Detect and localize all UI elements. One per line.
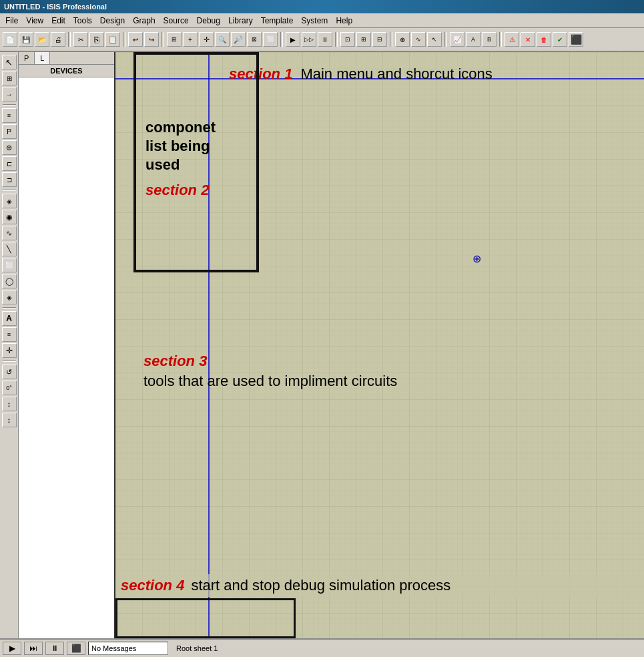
component-tabs: P L [19, 52, 114, 65]
tb-cut[interactable]: ✂ [73, 32, 88, 47]
tb-plus[interactable]: + [183, 32, 198, 47]
tb-fit[interactable]: ⊠ [247, 32, 262, 47]
tb-pause[interactable]: ⏸ [318, 32, 332, 47]
sim-pause-button[interactable]: ⏸ [45, 642, 64, 655]
tool-draw-rect[interactable]: ⬜ [2, 258, 17, 272]
canvas-area[interactable]: section 1 Main menu and shorcut icons ⊕ … [115, 52, 644, 638]
menu-edit[interactable]: Edit [47, 15, 69, 27]
tool-terminal[interactable]: ⊐ [2, 172, 17, 187]
menu-tools[interactable]: Tools [69, 15, 96, 27]
tb-comp1[interactable]: ⊡ [340, 32, 355, 47]
menu-system[interactable]: System [297, 15, 332, 27]
menu-file[interactable]: File [1, 15, 22, 27]
sim-play-button[interactable]: ▶ [3, 642, 21, 655]
tb-probe[interactable]: ⊕ [395, 32, 410, 47]
tb-zoomout[interactable]: 🔎 [231, 32, 246, 47]
tb-play[interactable]: ▶ [286, 32, 300, 47]
tb-zoomin[interactable]: 🔍 [215, 32, 230, 47]
grid-background [115, 52, 644, 638]
tb-area[interactable]: ⬜ [263, 32, 278, 47]
tool-flip-v[interactable]: ↕ [2, 413, 17, 427]
tb-copy[interactable]: ⎘ [89, 32, 104, 47]
menu-debug[interactable]: Debug [193, 15, 224, 27]
tb-cursor[interactable]: ↖ [427, 32, 442, 47]
title-text: UNTITLED - ISIS Professional [4, 3, 107, 11]
component-list[interactable] [19, 77, 114, 638]
menu-bar: File View Edit Tools Design Graph Source… [0, 13, 644, 28]
menu-design[interactable]: Design [96, 15, 129, 27]
tb-warn[interactable]: ⚠ [505, 32, 519, 47]
menu-help[interactable]: Help [332, 15, 356, 27]
tb-letter-a[interactable]: A [466, 32, 480, 47]
main-area: ↖ ⊞ → ≡ P ⊕ ⊏ ⊐ ◈ ◉ ∿ ╲ ⬜ ◯ ◈ A ≡ ✛ ↺ 0°… [0, 52, 644, 638]
toolbar: 📄 💾 📂 🖨 ✂ ⎘ 📋 ↩ ↪ ⊞ + ✛ 🔍 🔎 ⊠ ⬜ ▶ ▷▷ ⏸ ⊡… [0, 28, 644, 52]
comp-tab-l[interactable]: L [35, 52, 50, 64]
tool-draw-circle[interactable]: ◯ [2, 274, 17, 288]
sheet-name: Root sheet 1 [176, 644, 218, 652]
tool-angle[interactable]: 0° [2, 381, 17, 395]
title-bar: UNTITLED - ISIS Professional [0, 0, 644, 13]
tool-power[interactable]: ⊏ [2, 156, 17, 171]
tool-port[interactable]: ◉ [2, 210, 17, 224]
tb-paste[interactable]: 📋 [105, 32, 120, 47]
menu-source[interactable]: Source [159, 15, 193, 27]
tb-grid[interactable]: ⊞ [167, 32, 182, 47]
tb-wave[interactable]: ∿ [411, 32, 426, 47]
tool-component[interactable]: ⊞ [2, 71, 17, 85]
comp-tab-p[interactable]: P [19, 52, 35, 64]
status-message: No Messages [88, 642, 168, 655]
tb-delete[interactable]: 🗑 [537, 32, 551, 47]
component-panel: P L DEVICES [19, 52, 115, 638]
tool-bus[interactable]: P [2, 124, 17, 139]
tb-check[interactable]: ✔ [553, 32, 567, 47]
tb-comp3[interactable]: ⊟ [372, 32, 387, 47]
tool-wire[interactable]: ≡ [2, 108, 17, 123]
tb-open[interactable]: 📂 [35, 32, 49, 47]
tb-play2[interactable]: ▷▷ [302, 32, 316, 47]
tool-crosshair[interactable]: ✛ [2, 343, 17, 358]
menu-library[interactable]: Library [224, 15, 257, 27]
tb-redo[interactable]: ↪ [144, 32, 159, 47]
component-header: DEVICES [19, 65, 114, 77]
tool-junction[interactable]: → [2, 87, 17, 101]
tool-pin[interactable]: ◈ [2, 194, 17, 208]
tb-new[interactable]: 📄 [3, 32, 17, 47]
tb-move[interactable]: ✛ [199, 32, 214, 47]
left-tools-panel: ↖ ⊞ → ≡ P ⊕ ⊏ ⊐ ◈ ◉ ∿ ╲ ⬜ ◯ ◈ A ≡ ✛ ↺ 0°… [0, 52, 19, 638]
sim-step-button[interactable]: ⏭ [24, 642, 43, 655]
tool-pointer[interactable]: ↖ [2, 55, 17, 69]
tool-flip-h[interactable]: ↕ [2, 397, 17, 411]
menu-template[interactable]: Template [257, 15, 298, 27]
tool-symbol[interactable]: ≡ [2, 327, 17, 342]
tb-cross[interactable]: ✕ [521, 32, 535, 47]
status-bar: ▶ ⏭ ⏸ ⬛ No Messages Root sheet 1 [0, 638, 644, 657]
svg-rect-1 [115, 52, 644, 638]
sim-stop-button[interactable]: ⬛ [67, 642, 85, 655]
tb-undo[interactable]: ↩ [128, 32, 143, 47]
tb-letter-b[interactable]: B [482, 32, 497, 47]
tool-draw-line[interactable]: ╲ [2, 242, 17, 256]
tb-print[interactable]: 🖨 [51, 32, 65, 47]
tb-comp2[interactable]: ⊞ [356, 32, 371, 47]
tool-text[interactable]: A [2, 311, 17, 326]
tb-graph[interactable]: 📈 [450, 32, 464, 47]
tb-save[interactable]: 💾 [19, 32, 33, 47]
tool-label[interactable]: ⊕ [2, 140, 17, 155]
tool-probe[interactable]: ∿ [2, 226, 17, 240]
tool-rotate[interactable]: ↺ [2, 365, 17, 379]
menu-graph[interactable]: Graph [129, 15, 159, 27]
tool-draw-arc[interactable]: ◈ [2, 290, 17, 304]
menu-view[interactable]: View [22, 15, 47, 27]
tb-stop[interactable]: ⬛ [569, 32, 583, 47]
